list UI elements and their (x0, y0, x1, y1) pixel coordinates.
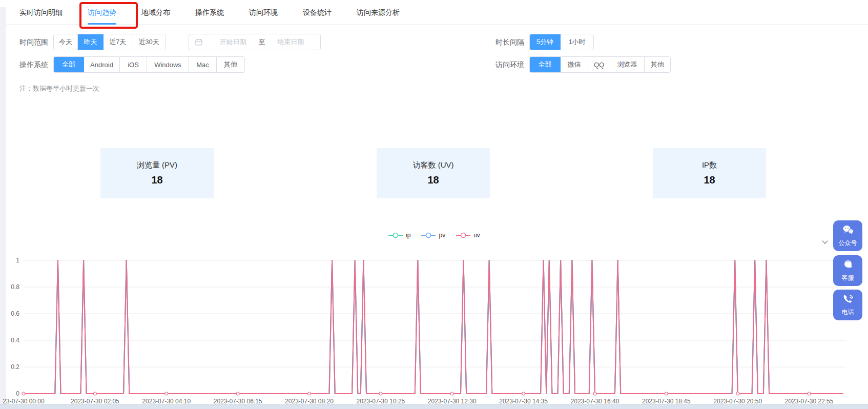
filter-option-浏览器[interactable]: 浏览器 (610, 57, 645, 72)
float-button-label: 客服 (842, 274, 854, 282)
os-group: 全部AndroidiOSWindowsMac其他 (53, 56, 245, 73)
float-button-电话[interactable]: 电话 (833, 290, 862, 320)
stat-value: 18 (427, 174, 439, 186)
tab-bar: 实时访问明细访问趋势地域分布操作系统访问环境设备统计访问来源分析 (6, 0, 868, 25)
y-axis-tick: 1 (16, 257, 19, 264)
filter-option-微信[interactable]: 微信 (561, 57, 588, 72)
customer-service-icon (842, 259, 854, 272)
env-group: 全部微信QQ浏览器其他 (529, 56, 671, 73)
data-point-marker (307, 392, 311, 395)
calendar-icon (195, 38, 202, 46)
tab-4[interactable]: 访问环境 (249, 0, 278, 25)
trend-chart: 00.20.40.60.8123-07-30 00:002023-07-30 0… (0, 226, 868, 409)
legend-item-uv[interactable]: uv (456, 232, 480, 239)
filter-option-其他[interactable]: 其他 (645, 57, 670, 72)
legend-marker-ip (388, 232, 403, 238)
tab-visit-trend[interactable]: 访问趋势 (88, 0, 116, 25)
y-axis-tick: 0.8 (11, 283, 19, 291)
float-button-label: 公众号 (839, 239, 857, 248)
x-axis-tick: 2023-07-30 04:10 (142, 398, 191, 405)
filter-option-近7天[interactable]: 近7天 (104, 34, 132, 50)
filter-option-Mac[interactable]: Mac (189, 57, 217, 72)
y-axis-tick: 0.2 (11, 363, 19, 371)
x-axis-tick: 2023-07-30 10:25 (356, 398, 405, 405)
y-axis-tick: 0.4 (11, 337, 19, 344)
x-axis-tick: 2023-07-30 16:40 (571, 398, 619, 405)
os-label: 操作系统 (19, 56, 48, 73)
filter-option-今天[interactable]: 今天 (54, 34, 78, 50)
tab-5[interactable]: 设备统计 (303, 0, 332, 25)
stat-value: 18 (151, 174, 162, 186)
x-axis-tick: 2023-07-30 18:45 (642, 398, 691, 405)
filter-option-QQ[interactable]: QQ (588, 57, 610, 72)
filter-option-全部[interactable]: 全部 (54, 57, 84, 72)
stat-label: IP数 (702, 160, 717, 170)
chart-legend: ippvuv (0, 232, 868, 239)
phone-icon (842, 294, 854, 306)
series-line-ip[interactable] (24, 260, 843, 394)
data-point-marker (93, 392, 96, 395)
tab-0[interactable]: 实时访问明细 (19, 0, 63, 25)
end-date-input[interactable]: 结束日期 (267, 37, 315, 47)
tab-2[interactable]: 地域分布 (141, 0, 170, 25)
tab-3[interactable]: 操作系统 (195, 0, 224, 25)
legend-marker-uv (456, 232, 471, 238)
time-range-group: 今天昨天近7天近30天 (53, 34, 166, 50)
tab-6[interactable]: 访问来源分析 (357, 0, 400, 25)
data-point-marker (236, 392, 239, 395)
filter-option-昨天[interactable]: 昨天 (78, 34, 104, 50)
start-date-input[interactable]: 开始日期 (210, 37, 257, 47)
stat-card-0: 浏览量 (PV)18 (100, 148, 214, 198)
x-axis-tick: 23-07-30 00:00 (3, 398, 45, 405)
series-line-uv[interactable] (24, 260, 843, 394)
series-line-pv[interactable] (24, 260, 843, 394)
collapse-chevron-icon[interactable] (822, 239, 828, 244)
legend-label: ip (406, 232, 410, 239)
bottom-scroll-strip[interactable] (0, 404, 868, 409)
time-range-label: 时间范围 (19, 34, 48, 50)
filter-option-全部[interactable]: 全部 (530, 57, 561, 72)
legend-item-ip[interactable]: ip (388, 232, 410, 239)
data-point-marker (165, 392, 168, 395)
x-axis-tick: 2023-07-30 20:50 (713, 398, 762, 405)
filter-option-近30天[interactable]: 近30天 (132, 34, 166, 50)
interval-group: 5分钟1小时 (529, 34, 594, 50)
y-axis-tick: 0 (16, 390, 19, 397)
date-range-separator: 至 (257, 37, 267, 47)
data-point-marker (379, 392, 382, 395)
stat-label: 浏览量 (PV) (137, 160, 177, 170)
data-point-marker (665, 392, 668, 395)
date-range-picker[interactable]: 开始日期 至 结束日期 (189, 34, 321, 50)
data-point-marker (593, 392, 596, 395)
stat-label: 访客数 (UV) (413, 160, 454, 170)
float-button-公众号[interactable]: 公众号 (833, 220, 862, 251)
data-point-marker (450, 392, 453, 395)
line-chart-canvas: 00.20.40.60.8123-07-30 00:002023-07-30 0… (0, 226, 868, 409)
y-axis-tick: 0.6 (11, 310, 19, 317)
filter-option-Windows[interactable]: Windows (147, 57, 189, 72)
filter-option-Android[interactable]: Android (84, 57, 120, 72)
legend-item-pv[interactable]: pv (421, 232, 445, 239)
legend-label: pv (439, 232, 445, 239)
data-point-marker (808, 392, 811, 395)
data-point-marker (522, 392, 525, 395)
legend-label: uv (473, 232, 480, 239)
stat-card-2: IP数18 (653, 148, 766, 198)
env-label: 访问环境 (495, 56, 524, 73)
stat-card-1: 访客数 (UV)18 (377, 148, 490, 198)
stat-value: 18 (704, 174, 715, 186)
data-point-marker (22, 392, 25, 395)
x-axis-tick: 2023-07-30 08:20 (285, 398, 334, 405)
x-axis-tick: 2023-07-30 22:55 (785, 398, 834, 405)
float-button-label: 电话 (842, 308, 854, 317)
x-axis-tick: 2023-07-30 06:15 (214, 398, 262, 405)
float-button-客服[interactable]: 客服 (833, 255, 862, 286)
update-note: 注：数据每半小时更新一次 (19, 84, 99, 93)
wechat-icon (842, 224, 854, 237)
legend-marker-pv (421, 232, 436, 238)
filter-option-5分钟[interactable]: 5分钟 (530, 34, 561, 50)
filter-option-其他[interactable]: 其他 (217, 57, 244, 72)
filter-option-1小时[interactable]: 1小时 (561, 34, 593, 50)
filter-option-iOS[interactable]: iOS (120, 57, 147, 72)
x-axis-tick: 2023-07-30 02:05 (71, 398, 119, 405)
